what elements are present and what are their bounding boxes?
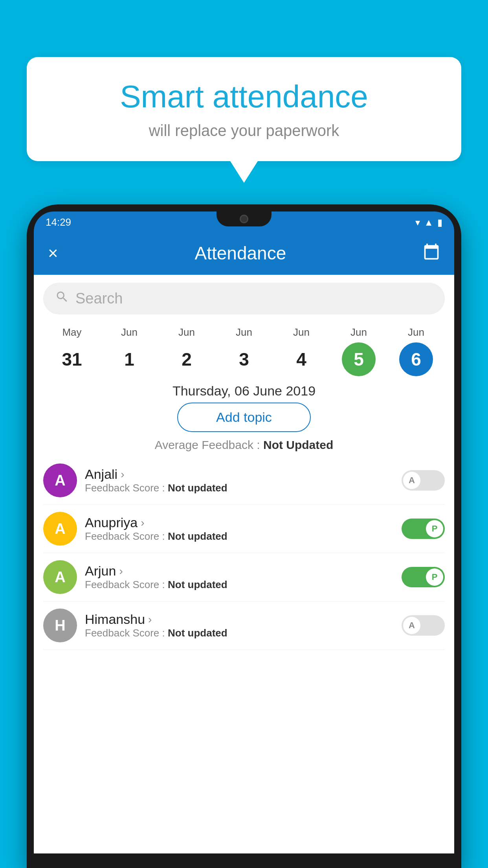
date-day-4[interactable]: 4 xyxy=(284,342,318,376)
attendance-toggle-0[interactable]: A xyxy=(402,470,445,491)
date-month-2: Jun xyxy=(178,326,195,338)
student-name-1: Anupriya › xyxy=(85,515,394,530)
add-topic-button[interactable]: Add topic xyxy=(177,403,311,432)
speech-bubble-tail xyxy=(230,161,258,183)
speech-bubble-container: Smart attendance will replace your paper… xyxy=(27,57,461,183)
date-month-0: May xyxy=(62,326,81,338)
notch xyxy=(216,211,272,226)
student-avatar-0: A xyxy=(43,463,77,497)
date-month-5: Jun xyxy=(350,326,367,338)
date-cell-3[interactable]: Jun3 xyxy=(227,326,261,376)
student-feedback-1: Feedback Score : Not updated xyxy=(85,530,394,542)
app-title: Attendance xyxy=(194,243,286,264)
calendar-icon[interactable] xyxy=(423,243,440,264)
speech-bubble: Smart attendance will replace your paper… xyxy=(27,57,461,161)
date-day-1[interactable]: 1 xyxy=(112,342,146,376)
student-list: AAnjali ›Feedback Score : Not updatedAAA… xyxy=(34,456,454,650)
student-feedback-3: Feedback Score : Not updated xyxy=(85,627,394,639)
phone-screen: × Attendance Search May31Jun1Jun2Jun3Jun… xyxy=(34,232,454,853)
signal-icon: ▲ xyxy=(424,217,433,228)
attendance-toggle-2[interactable]: P xyxy=(402,567,445,587)
date-row: May31Jun1Jun2Jun3Jun4Jun5Jun6 xyxy=(34,322,454,376)
date-cell-5[interactable]: Jun5 xyxy=(342,326,376,376)
search-bar[interactable]: Search xyxy=(43,283,445,314)
avg-feedback-label: Average Feedback : xyxy=(155,438,260,451)
status-time: 14:29 xyxy=(46,216,71,228)
date-cell-0[interactable]: May31 xyxy=(55,326,89,376)
student-feedback-2: Feedback Score : Not updated xyxy=(85,579,394,591)
student-row-3[interactable]: HHimanshu ›Feedback Score : Not updatedA xyxy=(43,601,445,650)
date-day-5[interactable]: 5 xyxy=(342,342,376,376)
student-avatar-1: A xyxy=(43,512,77,546)
date-day-0[interactable]: 31 xyxy=(55,342,89,376)
avg-feedback: Average Feedback : Not Updated xyxy=(34,432,454,456)
attendance-toggle-1[interactable]: P xyxy=(402,519,445,539)
wifi-icon: ▾ xyxy=(415,217,420,228)
selected-date-label: Thursday, 06 June 2019 xyxy=(34,376,454,403)
search-placeholder: Search xyxy=(75,290,123,307)
student-feedback-0: Feedback Score : Not updated xyxy=(85,482,394,494)
attendance-toggle-3[interactable]: A xyxy=(402,615,445,636)
status-icons: ▾ ▲ ▮ xyxy=(415,217,442,228)
date-month-3: Jun xyxy=(236,326,252,338)
phone-frame: 14:29 ▾ ▲ ▮ × Attendance xyxy=(27,204,461,868)
student-row-2[interactable]: AArjun ›Feedback Score : Not updatedP xyxy=(43,553,445,601)
speech-bubble-subtitle: will replace your paperwork xyxy=(50,122,438,140)
date-cell-2[interactable]: Jun2 xyxy=(170,326,204,376)
date-month-6: Jun xyxy=(408,326,424,338)
date-cell-1[interactable]: Jun1 xyxy=(112,326,146,376)
date-month-1: Jun xyxy=(121,326,138,338)
date-cell-6[interactable]: Jun6 xyxy=(399,326,433,376)
close-button[interactable]: × xyxy=(48,243,58,263)
status-bar: 14:29 ▾ ▲ ▮ xyxy=(34,211,454,232)
battery-icon: ▮ xyxy=(437,217,442,228)
date-day-2[interactable]: 2 xyxy=(170,342,204,376)
chevron-icon: › xyxy=(148,613,152,626)
student-avatar-2: A xyxy=(43,560,77,594)
camera xyxy=(240,215,248,223)
date-cell-4[interactable]: Jun4 xyxy=(284,326,318,376)
chevron-icon: › xyxy=(141,517,144,529)
avg-feedback-value: Not Updated xyxy=(263,438,333,451)
student-row-0[interactable]: AAnjali ›Feedback Score : Not updatedA xyxy=(43,456,445,505)
search-icon xyxy=(55,290,69,307)
student-info-3: Himanshu ›Feedback Score : Not updated xyxy=(85,612,394,639)
student-info-1: Anupriya ›Feedback Score : Not updated xyxy=(85,515,394,542)
student-name-3: Himanshu › xyxy=(85,612,394,627)
student-avatar-3: H xyxy=(43,609,77,642)
chevron-icon: › xyxy=(119,565,123,577)
speech-bubble-title: Smart attendance xyxy=(50,79,438,115)
date-day-6[interactable]: 6 xyxy=(399,342,433,376)
date-month-4: Jun xyxy=(293,326,310,338)
student-name-2: Arjun › xyxy=(85,563,394,579)
date-day-3[interactable]: 3 xyxy=(227,342,261,376)
chevron-icon: › xyxy=(121,468,124,481)
student-info-2: Arjun ›Feedback Score : Not updated xyxy=(85,563,394,591)
student-row-1[interactable]: AAnupriya ›Feedback Score : Not updatedP xyxy=(43,505,445,553)
student-info-0: Anjali ›Feedback Score : Not updated xyxy=(85,467,394,494)
app-header: × Attendance xyxy=(34,232,454,275)
student-name-0: Anjali › xyxy=(85,467,394,482)
